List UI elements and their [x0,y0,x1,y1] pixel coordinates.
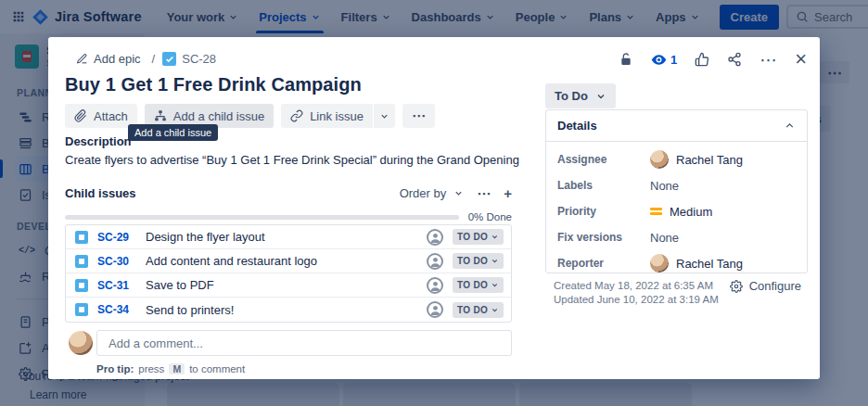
watchers-control[interactable]: 1 [651,52,677,68]
add-epic-button[interactable]: Add epic [72,49,145,69]
child-issues-header: Child issues Order by ⋯ + [65,186,512,200]
child-issue-summary[interactable]: Save to PDF [146,278,417,292]
fix-versions-value[interactable]: None [650,231,679,245]
child-status-dropdown[interactable]: TO DO [453,302,504,318]
issue-title[interactable]: Buy 1 Get 1 Free Drink Campaign [65,74,529,95]
chevron-down-icon [491,233,499,241]
chevron-down-icon [491,257,499,265]
child-issue-row[interactable]: SC-34 Send to printers! TO DO [66,298,511,322]
assignee-placeholder-icon[interactable] [427,229,443,246]
link-icon [290,109,303,122]
child-issue-row[interactable]: SC-30 Add content and restaurant logo TO… [66,249,511,273]
details-panel-header[interactable]: Details [546,110,807,142]
details-field-assignee: Assignee Rachel Tang [557,146,796,172]
child-issue-summary[interactable]: Design the flyer layout [146,230,417,244]
subtask-type-icon [75,303,88,316]
attach-button[interactable]: Attach [65,104,137,128]
more-actions-icon[interactable]: ⋯ [760,51,777,69]
lock-icon[interactable] [619,52,633,67]
child-issues-more-icon[interactable]: ⋯ [477,186,491,200]
child-status-dropdown[interactable]: TO DO [453,277,504,293]
child-issue-summary[interactable]: Send to printers! [146,303,417,317]
subtask-type-icon [75,279,88,292]
child-issues-icon [154,109,167,122]
child-status-dropdown[interactable]: TO DO [453,253,504,269]
pencil-icon [76,53,88,65]
description-text[interactable]: Create flyers to advertise “Buy 1 Get 1 … [65,152,527,169]
field-label: Priority [557,205,650,218]
modal-header-actions: 1 ⋯ × [619,49,807,70]
child-issue-row[interactable]: SC-31 Save to PDF TO DO [66,273,511,298]
child-issue-row[interactable]: SC-29 Design the flyer layout TO DO [66,225,511,249]
eye-icon [651,52,667,68]
breadcrumb-separator: / [152,52,156,66]
keycap-m: M [169,363,185,374]
priority-value[interactable]: Medium [650,205,712,219]
details-field-fix-versions: Fix versions None [557,224,796,250]
details-heading: Details [557,119,597,133]
assignee-placeholder-icon[interactable] [427,301,443,318]
tooltip: Add a child issue [128,124,218,141]
field-label: Assignee [557,153,650,166]
issue-toolbar: Attach Add a child issue Link issue ⋯ [65,104,435,128]
child-status-dropdown[interactable]: TO DO [453,229,504,245]
chevron-up-icon [784,120,796,132]
status-dropdown[interactable]: To Do [545,83,616,108]
labels-value[interactable]: None [650,179,679,193]
field-label: Reporter [557,257,650,270]
child-issue-key[interactable]: SC-31 [97,279,136,292]
reporter-value[interactable]: Rachel Tang [650,254,743,273]
details-field-reporter: Reporter Rachel Tang [557,250,796,273]
paperclip-icon [74,109,87,122]
comment-footer: Pro tip: press M to comment [48,326,545,379]
field-label: Labels [557,179,650,192]
assignee-avatar [650,150,669,169]
configure-gear-icon [730,280,743,293]
app-root: Jira Software Your work Projects Filters… [0,0,868,406]
chevron-down-icon [491,281,499,289]
configure-button[interactable]: Configure [730,279,801,293]
share-icon[interactable] [727,52,742,67]
chevron-down-icon [491,306,499,314]
breadcrumb: Add epic / SC-28 [72,49,216,69]
child-issues-heading: Child issues [65,186,400,200]
toolbar-more-button[interactable]: ⋯ [402,104,435,128]
task-type-icon [162,52,176,66]
watch-count: 1 [670,53,677,67]
created-timestamp: Created May 18, 2022 at 6:35 AM [554,280,713,291]
order-by-dropdown[interactable]: Order by [400,186,465,200]
details-field-labels: Labels None [557,172,796,198]
issue-key-link[interactable]: SC-28 [162,52,216,66]
chevron-down-icon [595,91,606,102]
child-issue-key[interactable]: SC-30 [97,255,136,268]
vote-thumbs-up-icon[interactable] [695,52,709,67]
comment-protip: Pro tip: press M to comment [96,363,245,374]
field-label: Fix versions [557,231,650,244]
details-field-priority: Priority Medium [557,198,796,224]
issue-detail-modal: Add epic / SC-28 1 [48,37,820,379]
child-issue-summary[interactable]: Add content and restaurant logo [146,254,417,268]
current-user-avatar [69,331,93,355]
updated-timestamp: Updated June 10, 2022 at 3:19 AM [554,294,719,305]
add-child-issue-plus-icon[interactable]: + [504,186,512,200]
chevron-down-icon [453,188,464,198]
child-issue-key[interactable]: SC-29 [97,231,136,244]
progress-bar [65,215,459,220]
details-panel: Details Assignee Rachel Tang Labels None… [545,109,808,273]
close-icon[interactable]: × [795,49,807,70]
child-progress: 0% Done [65,211,512,222]
link-issue-dropdown-chevron[interactable] [374,104,395,128]
comment-input[interactable] [96,330,512,356]
child-issue-key[interactable]: SC-34 [97,303,136,316]
chevron-down-icon [379,111,389,121]
child-issues-list: SC-29 Design the flyer layout TO DO SC-3… [65,224,512,323]
assignee-value[interactable]: Rachel Tang [650,150,743,169]
assignee-placeholder-icon[interactable] [427,253,443,270]
subtask-type-icon [75,255,88,268]
description-heading: Description [65,134,132,148]
link-issue-split-button: Link issue [281,104,395,128]
subtask-type-icon [75,231,88,244]
progress-label: 0% Done [468,211,512,222]
link-issue-button[interactable]: Link issue [281,104,373,128]
assignee-placeholder-icon[interactable] [427,277,443,294]
